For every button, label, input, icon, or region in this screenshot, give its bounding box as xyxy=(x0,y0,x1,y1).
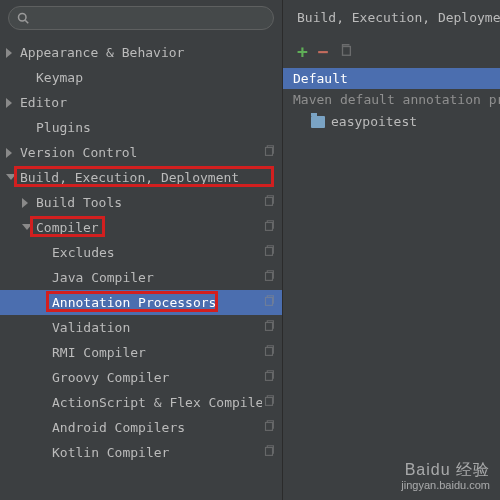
copy-profile-icon[interactable] xyxy=(262,419,276,436)
svg-rect-14 xyxy=(342,47,350,56)
copy-profile-icon[interactable] xyxy=(262,319,276,336)
chevron-right-icon[interactable] xyxy=(6,98,16,108)
tree-item-java-compiler[interactable]: Java Compiler xyxy=(0,265,282,290)
module-icon xyxy=(311,116,325,128)
svg-rect-2 xyxy=(266,148,273,156)
spacer xyxy=(38,323,48,333)
module-label: easypoitest xyxy=(331,114,417,129)
tree-item-actionscript-flex-compiler[interactable]: ActionScript & Flex Compiler xyxy=(0,390,282,415)
svg-line-1 xyxy=(25,20,28,23)
copy-icon[interactable] xyxy=(339,43,353,60)
spacer xyxy=(38,373,48,383)
tree-item-appearance-behavior[interactable]: Appearance & Behavior xyxy=(0,40,282,65)
search-row xyxy=(0,0,282,38)
tree-item-label: Compiler xyxy=(36,220,99,235)
tree-item-rmi-compiler[interactable]: RMI Compiler xyxy=(0,340,282,365)
breadcrumb: Build, Execution, Deployment xyxy=(283,0,500,37)
copy-profile-icon[interactable] xyxy=(262,444,276,461)
tree-item-excludes[interactable]: Excludes xyxy=(0,240,282,265)
copy-profile-icon[interactable] xyxy=(262,194,276,211)
tree-item-plugins[interactable]: Plugins xyxy=(0,115,282,140)
tree-item-label: Plugins xyxy=(36,120,91,135)
svg-rect-3 xyxy=(266,198,273,206)
copy-profile-icon[interactable] xyxy=(262,269,276,286)
tree-item-validation[interactable]: Validation xyxy=(0,315,282,340)
spacer xyxy=(38,298,48,308)
search-icon xyxy=(17,12,29,24)
chevron-down-icon[interactable] xyxy=(6,174,16,184)
spacer xyxy=(38,248,48,258)
svg-rect-11 xyxy=(266,398,273,406)
copy-profile-icon[interactable] xyxy=(262,344,276,361)
spacer xyxy=(38,348,48,358)
copy-profile-icon[interactable] xyxy=(262,144,276,161)
svg-rect-10 xyxy=(266,373,273,381)
copy-profile-icon[interactable] xyxy=(262,394,276,411)
tree-item-label: Validation xyxy=(52,320,130,335)
tree-item-annotation-processors[interactable]: Annotation Processors xyxy=(0,290,282,315)
copy-profile-icon[interactable] xyxy=(262,294,276,311)
remove-icon[interactable]: − xyxy=(318,41,329,62)
copy-profile-icon[interactable] xyxy=(262,369,276,386)
spacer xyxy=(38,273,48,283)
settings-sidebar: Appearance & BehaviorKeymapEditorPlugins… xyxy=(0,0,283,500)
svg-rect-6 xyxy=(266,273,273,281)
svg-rect-8 xyxy=(266,323,273,331)
search-input[interactable] xyxy=(8,6,274,30)
tree-item-label: Excludes xyxy=(52,245,115,260)
add-icon[interactable]: + xyxy=(297,41,308,62)
tree-item-label: Java Compiler xyxy=(52,270,154,285)
spacer xyxy=(38,398,48,408)
chevron-down-icon[interactable] xyxy=(22,224,32,234)
spacer xyxy=(22,123,32,133)
tree-item-editor[interactable]: Editor xyxy=(0,90,282,115)
tree-item-label: ActionScript & Flex Compiler xyxy=(52,395,262,410)
tree-item-label: Editor xyxy=(20,95,67,110)
svg-rect-13 xyxy=(266,448,273,456)
tree-item-version-control[interactable]: Version Control xyxy=(0,140,282,165)
svg-rect-7 xyxy=(266,298,273,306)
tree-item-label: Groovy Compiler xyxy=(52,370,169,385)
svg-point-0 xyxy=(19,14,27,22)
tree-item-android-compilers[interactable]: Android Compilers xyxy=(0,415,282,440)
tree-item-label: RMI Compiler xyxy=(52,345,146,360)
svg-rect-9 xyxy=(266,348,273,356)
tree-item-label: Annotation Processors xyxy=(52,295,216,310)
tree-item-build-tools[interactable]: Build Tools xyxy=(0,190,282,215)
svg-rect-4 xyxy=(266,223,273,231)
tree-item-label: Android Compilers xyxy=(52,420,185,435)
tree-item-label: Keymap xyxy=(36,70,83,85)
spacer xyxy=(38,448,48,458)
profile-default[interactable]: Default xyxy=(283,68,500,89)
chevron-right-icon[interactable] xyxy=(22,198,32,208)
copy-profile-icon[interactable] xyxy=(262,219,276,236)
module-row[interactable]: easypoitest xyxy=(283,110,500,133)
svg-rect-5 xyxy=(266,248,273,256)
spacer xyxy=(38,423,48,433)
tree-item-label: Version Control xyxy=(20,145,137,160)
profile-description: Maven default annotation processors xyxy=(283,89,500,110)
tree-item-kotlin-compiler[interactable]: Kotlin Compiler xyxy=(0,440,282,465)
tree-item-groovy-compiler[interactable]: Groovy Compiler xyxy=(0,365,282,390)
chevron-right-icon[interactable] xyxy=(6,48,16,58)
tree-item-label: Build, Execution, Deployment xyxy=(20,170,239,185)
tree-item-label: Kotlin Compiler xyxy=(52,445,169,460)
tree-item-build-execution-deployment[interactable]: Build, Execution, Deployment xyxy=(0,165,282,190)
tree-item-compiler[interactable]: Compiler xyxy=(0,215,282,240)
tree-item-label: Appearance & Behavior xyxy=(20,45,184,60)
settings-detail-pane: Build, Execution, Deployment + − Default… xyxy=(283,0,500,500)
spacer xyxy=(22,73,32,83)
watermark: Baidu 经验 jingyan.baidu.com xyxy=(401,460,490,492)
settings-tree: Appearance & BehaviorKeymapEditorPlugins… xyxy=(0,38,282,500)
profile-toolbar: + − xyxy=(283,37,500,68)
copy-profile-icon[interactable] xyxy=(262,244,276,261)
tree-item-keymap[interactable]: Keymap xyxy=(0,65,282,90)
tree-item-label: Build Tools xyxy=(36,195,122,210)
chevron-right-icon[interactable] xyxy=(6,148,16,158)
svg-rect-12 xyxy=(266,423,273,431)
